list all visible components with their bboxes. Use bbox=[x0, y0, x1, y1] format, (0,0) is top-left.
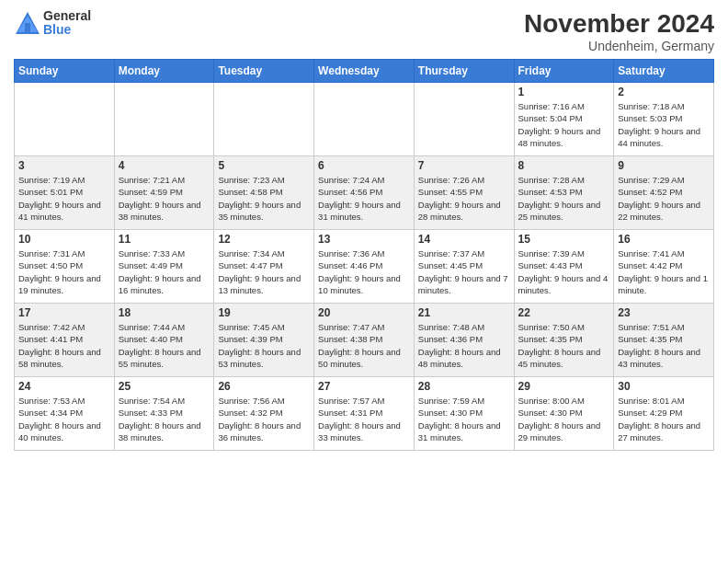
day-info: Sunrise: 7:16 AMSunset: 5:04 PMDaylight:… bbox=[518, 100, 610, 149]
day-info: Sunrise: 7:44 AMSunset: 4:40 PMDaylight:… bbox=[119, 321, 210, 370]
day-number: 15 bbox=[518, 233, 610, 246]
day-number: 26 bbox=[218, 380, 310, 393]
table-row: 3Sunrise: 7:19 AMSunset: 5:01 PMDaylight… bbox=[15, 156, 115, 230]
day-number: 7 bbox=[418, 159, 510, 172]
day-info: Sunrise: 7:50 AMSunset: 4:35 PMDaylight:… bbox=[518, 321, 610, 370]
day-number: 16 bbox=[618, 233, 710, 246]
calendar-week-row: 10Sunrise: 7:31 AMSunset: 4:50 PMDayligh… bbox=[15, 230, 714, 304]
day-number: 13 bbox=[318, 233, 410, 246]
table-row: 26Sunrise: 7:56 AMSunset: 4:32 PMDayligh… bbox=[214, 377, 314, 451]
calendar-header-row: Sunday Monday Tuesday Wednesday Thursday… bbox=[15, 60, 714, 83]
day-number: 17 bbox=[18, 306, 110, 319]
location: Undenheim, Germany bbox=[524, 39, 714, 53]
day-info: Sunrise: 7:39 AMSunset: 4:43 PMDaylight:… bbox=[518, 247, 610, 296]
day-info: Sunrise: 7:34 AMSunset: 4:47 PMDaylight:… bbox=[218, 247, 310, 296]
table-row: 14Sunrise: 7:37 AMSunset: 4:45 PMDayligh… bbox=[414, 230, 514, 304]
day-number: 25 bbox=[119, 380, 210, 393]
day-number: 14 bbox=[418, 233, 510, 246]
table-row: 13Sunrise: 7:36 AMSunset: 4:46 PMDayligh… bbox=[314, 230, 415, 304]
table-row: 9Sunrise: 7:29 AMSunset: 4:52 PMDaylight… bbox=[614, 156, 714, 230]
month-title: November 2024 bbox=[524, 9, 714, 39]
day-number: 2 bbox=[618, 86, 710, 98]
calendar-week-row: 17Sunrise: 7:42 AMSunset: 4:41 PMDayligh… bbox=[15, 304, 714, 377]
day-number: 19 bbox=[218, 306, 310, 319]
day-info: Sunrise: 7:59 AMSunset: 4:30 PMDaylight:… bbox=[418, 395, 510, 443]
day-number: 8 bbox=[518, 159, 610, 172]
day-number: 18 bbox=[119, 306, 210, 319]
table-row bbox=[414, 83, 514, 156]
title-block: November 2024 Undenheim, Germany bbox=[524, 9, 714, 53]
calendar-week-row: 24Sunrise: 7:53 AMSunset: 4:34 PMDayligh… bbox=[15, 377, 714, 451]
table-row bbox=[314, 83, 415, 156]
table-row: 27Sunrise: 7:57 AMSunset: 4:31 PMDayligh… bbox=[314, 377, 415, 451]
day-info: Sunrise: 7:31 AMSunset: 4:50 PMDaylight:… bbox=[18, 247, 110, 296]
day-number: 12 bbox=[218, 233, 310, 246]
day-number: 21 bbox=[418, 306, 510, 319]
day-info: Sunrise: 7:21 AMSunset: 4:59 PMDaylight:… bbox=[119, 174, 210, 223]
col-wednesday: Wednesday bbox=[314, 60, 415, 83]
table-row: 18Sunrise: 7:44 AMSunset: 4:40 PMDayligh… bbox=[114, 304, 214, 377]
day-info: Sunrise: 7:26 AMSunset: 4:55 PMDaylight:… bbox=[418, 174, 510, 223]
calendar-week-row: 1Sunrise: 7:16 AMSunset: 5:04 PMDaylight… bbox=[15, 83, 714, 156]
day-info: Sunrise: 7:48 AMSunset: 4:36 PMDaylight:… bbox=[418, 321, 510, 370]
day-number: 10 bbox=[18, 233, 110, 246]
day-number: 29 bbox=[518, 380, 610, 393]
col-sunday: Sunday bbox=[15, 60, 115, 83]
table-row: 12Sunrise: 7:34 AMSunset: 4:47 PMDayligh… bbox=[214, 230, 314, 304]
col-saturday: Saturday bbox=[614, 60, 714, 83]
day-number: 27 bbox=[318, 380, 410, 393]
day-number: 1 bbox=[518, 86, 610, 98]
table-row: 23Sunrise: 7:51 AMSunset: 4:35 PMDayligh… bbox=[614, 304, 714, 377]
logo-icon bbox=[14, 10, 41, 36]
table-row: 15Sunrise: 7:39 AMSunset: 4:43 PMDayligh… bbox=[514, 230, 614, 304]
table-row bbox=[114, 83, 214, 156]
logo: General Blue bbox=[14, 9, 91, 38]
day-number: 20 bbox=[318, 306, 410, 319]
day-number: 23 bbox=[618, 306, 710, 319]
day-info: Sunrise: 7:37 AMSunset: 4:45 PMDaylight:… bbox=[418, 247, 510, 296]
table-row: 25Sunrise: 7:54 AMSunset: 4:33 PMDayligh… bbox=[114, 377, 214, 451]
logo-blue-text: Blue bbox=[43, 23, 91, 37]
day-info: Sunrise: 7:36 AMSunset: 4:46 PMDaylight:… bbox=[318, 247, 410, 296]
logo-general-text: General bbox=[43, 9, 91, 23]
day-info: Sunrise: 7:42 AMSunset: 4:41 PMDaylight:… bbox=[18, 321, 110, 370]
day-info: Sunrise: 7:56 AMSunset: 4:32 PMDaylight:… bbox=[218, 395, 310, 443]
col-friday: Friday bbox=[514, 60, 614, 83]
day-number: 3 bbox=[18, 159, 110, 172]
table-row: 29Sunrise: 8:00 AMSunset: 4:30 PMDayligh… bbox=[514, 377, 614, 451]
table-row: 4Sunrise: 7:21 AMSunset: 4:59 PMDaylight… bbox=[114, 156, 214, 230]
day-info: Sunrise: 7:29 AMSunset: 4:52 PMDaylight:… bbox=[618, 174, 710, 223]
table-row: 1Sunrise: 7:16 AMSunset: 5:04 PMDaylight… bbox=[514, 83, 614, 156]
day-number: 5 bbox=[218, 159, 310, 172]
day-info: Sunrise: 8:00 AMSunset: 4:30 PMDaylight:… bbox=[518, 395, 610, 443]
day-info: Sunrise: 7:24 AMSunset: 4:56 PMDaylight:… bbox=[318, 174, 410, 223]
table-row: 5Sunrise: 7:23 AMSunset: 4:58 PMDaylight… bbox=[214, 156, 314, 230]
table-row: 20Sunrise: 7:47 AMSunset: 4:38 PMDayligh… bbox=[314, 304, 415, 377]
day-info: Sunrise: 7:47 AMSunset: 4:38 PMDaylight:… bbox=[318, 321, 410, 370]
table-row: 21Sunrise: 7:48 AMSunset: 4:36 PMDayligh… bbox=[414, 304, 514, 377]
day-info: Sunrise: 7:45 AMSunset: 4:39 PMDaylight:… bbox=[218, 321, 310, 370]
logo-text: General Blue bbox=[43, 9, 91, 38]
col-tuesday: Tuesday bbox=[214, 60, 314, 83]
day-number: 28 bbox=[418, 380, 510, 393]
day-info: Sunrise: 7:41 AMSunset: 4:42 PMDaylight:… bbox=[618, 247, 710, 296]
day-info: Sunrise: 7:53 AMSunset: 4:34 PMDaylight:… bbox=[18, 395, 110, 443]
day-info: Sunrise: 8:01 AMSunset: 4:29 PMDaylight:… bbox=[618, 395, 710, 443]
day-info: Sunrise: 7:19 AMSunset: 5:01 PMDaylight:… bbox=[18, 174, 110, 223]
table-row bbox=[15, 83, 115, 156]
table-row: 22Sunrise: 7:50 AMSunset: 4:35 PMDayligh… bbox=[514, 304, 614, 377]
table-row: 8Sunrise: 7:28 AMSunset: 4:53 PMDaylight… bbox=[514, 156, 614, 230]
table-row: 10Sunrise: 7:31 AMSunset: 4:50 PMDayligh… bbox=[15, 230, 115, 304]
table-row: 7Sunrise: 7:26 AMSunset: 4:55 PMDaylight… bbox=[414, 156, 514, 230]
table-row: 28Sunrise: 7:59 AMSunset: 4:30 PMDayligh… bbox=[414, 377, 514, 451]
table-row: 16Sunrise: 7:41 AMSunset: 4:42 PMDayligh… bbox=[614, 230, 714, 304]
svg-rect-2 bbox=[25, 23, 30, 32]
day-info: Sunrise: 7:57 AMSunset: 4:31 PMDaylight:… bbox=[318, 395, 410, 443]
table-row: 6Sunrise: 7:24 AMSunset: 4:56 PMDaylight… bbox=[314, 156, 415, 230]
day-number: 9 bbox=[618, 159, 710, 172]
day-number: 30 bbox=[618, 380, 710, 393]
day-info: Sunrise: 7:51 AMSunset: 4:35 PMDaylight:… bbox=[618, 321, 710, 370]
day-number: 11 bbox=[119, 233, 210, 246]
table-row: 24Sunrise: 7:53 AMSunset: 4:34 PMDayligh… bbox=[15, 377, 115, 451]
calendar-table: Sunday Monday Tuesday Wednesday Thursday… bbox=[14, 59, 714, 451]
